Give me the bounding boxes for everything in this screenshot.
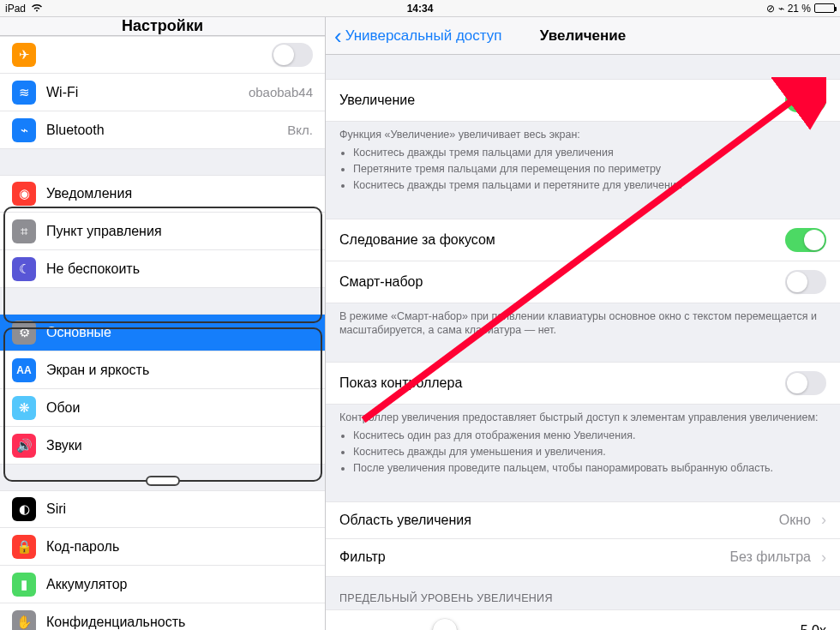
flower-icon: ❋ [12, 396, 36, 420]
follow-focus-switch[interactable] [785, 228, 826, 252]
bluetooth-icon: ⌁ [12, 118, 36, 142]
sidebar-item-label: Siri [46, 501, 313, 517]
bluetooth-status-icon: ⌁ [778, 3, 784, 15]
speaker-icon: 🔊 [12, 434, 36, 458]
zoom-toggle-row[interactable]: Увеличение [326, 79, 840, 122]
smart-typing-switch[interactable] [785, 270, 826, 294]
zoom-switch[interactable] [785, 88, 826, 112]
sidebar-item-airplane[interactable]: ✈ [0, 36, 325, 74]
max-zoom-header: ПРЕДЕЛЬНЫЙ УРОВЕНЬ УВЕЛИЧЕНИЯ [326, 577, 840, 609]
sidebar-item-notif[interactable]: ◉Уведомления [0, 175, 325, 213]
airplane-switch[interactable] [272, 43, 313, 67]
battery-icon [814, 3, 835, 13]
battery-icon: ▮ [12, 573, 36, 597]
sidebar-item-passcode[interactable]: 🔒Код-пароль [0, 528, 325, 566]
sidebar-item-label: Основные [46, 325, 313, 340]
hand-icon: ✋ [12, 610, 36, 631]
detail-pane: ‹ Универсальный доступ Увеличение Увелич… [326, 17, 840, 630]
back-label: Универсальный доступ [345, 27, 502, 45]
sidebar-item-display[interactable]: AAЭкран и яркость [0, 351, 325, 389]
sidebar-item-label: Уведомления [46, 186, 313, 201]
chevron-left-icon: ‹ [334, 25, 342, 47]
smart-typing-description: В режиме «Смарт-набор» при появлении кла… [326, 303, 840, 339]
zoom-description: Функция «Увеличение» увеличивает весь эк… [326, 122, 840, 193]
sidebar-item-sounds[interactable]: 🔊Звуки [0, 427, 325, 465]
max-zoom-slider-row: 5,0x [326, 609, 840, 630]
sidebar-title: Настройки [0, 17, 325, 36]
back-button[interactable]: ‹ Универсальный доступ [334, 25, 501, 47]
sidebar-item-label: Конфиденциальность [46, 615, 313, 630]
sidebar-item-siri[interactable]: ◐Siri [0, 490, 325, 528]
moon-icon: ☾ [12, 257, 36, 281]
sidebar-item-dnd[interactable]: ☾Не беспокоить [0, 250, 325, 288]
wifi-icon [31, 3, 43, 15]
wifi-icon: ≋ [12, 81, 36, 105]
smart-typing-row[interactable]: Смарт-набор [326, 261, 840, 303]
controller-description: Контроллер увеличения предоставляет быст… [326, 405, 840, 476]
follow-focus-row[interactable]: Следование за фокусом [326, 219, 840, 261]
sidebar-item-label: Wi-Fi [46, 85, 238, 100]
sidebar-item-label: Bluetooth [46, 123, 277, 138]
max-zoom-slider[interactable] [339, 622, 780, 630]
sidebar-item-label: Обои [46, 400, 313, 416]
zoom-label: Увеличение [339, 93, 775, 108]
zoom-region-row[interactable]: Область увеличения Окно › [326, 501, 840, 539]
sidebar-item-label: Пункт управления [46, 224, 313, 239]
separator-pill [146, 476, 180, 486]
orientation-lock-icon: ⊘ [766, 3, 775, 15]
sidebar-item-label: Звуки [46, 438, 313, 453]
sidebar-item-label: Не беспокоить [46, 261, 313, 277]
settings-sidebar: Настройки ✈≋Wi-Fiobaobab44⌁BluetoothВкл.… [0, 17, 326, 630]
sidebar-item-label: Аккумулятор [46, 577, 313, 592]
sidebar-item-general[interactable]: ⚙Основные [0, 314, 325, 351]
sidebar-item-wifi[interactable]: ≋Wi-Fiobaobab44 [0, 74, 325, 111]
sidebar-item-label: Код-пароль [46, 539, 313, 555]
chevron-right-icon: › [821, 549, 826, 567]
sidebar-item-value: Вкл. [287, 123, 313, 137]
max-zoom-value: 5,0x [792, 623, 826, 630]
sidebar-item-bt[interactable]: ⌁BluetoothВкл. [0, 111, 325, 149]
status-time: 14:34 [0, 3, 840, 15]
show-controller-row[interactable]: Показ контроллера [326, 362, 840, 405]
sidebar-item-battery[interactable]: ▮Аккумулятор [0, 566, 325, 603]
device-label: iPad [5, 3, 26, 15]
sidebar-item-label: Экран и яркость [46, 363, 313, 378]
aa-icon: AA [12, 358, 36, 382]
siri-icon: ◐ [12, 497, 36, 521]
bell-icon: ◉ [12, 182, 36, 206]
filter-row[interactable]: Фильтр Без фильтра › [326, 539, 840, 577]
sidebar-item-value: obaobab44 [249, 85, 313, 99]
status-bar: iPad 14:34 ⊘ ⌁ 21 % [0, 0, 840, 17]
chevron-right-icon: › [821, 511, 826, 529]
show-controller-switch[interactable] [785, 371, 826, 395]
gear-icon: ⚙ [12, 321, 36, 345]
sidebar-item-privacy[interactable]: ✋Конфиденциальность [0, 603, 325, 630]
lock-icon: 🔒 [12, 535, 36, 559]
plane-icon: ✈ [12, 43, 36, 67]
controls-icon: ⌗ [12, 219, 36, 243]
sidebar-item-wallpaper[interactable]: ❋Обои [0, 389, 325, 427]
sidebar-item-cc[interactable]: ⌗Пункт управления [0, 213, 325, 250]
battery-pct: 21 % [788, 3, 811, 15]
